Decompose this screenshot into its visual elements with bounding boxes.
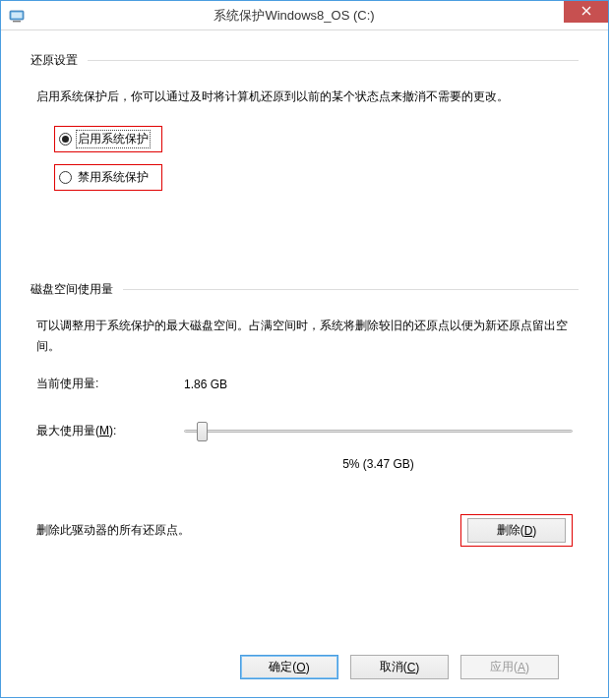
system-icon (9, 8, 25, 24)
radio-enable-protection[interactable]: 启用系统保护 (54, 126, 162, 152)
slider-value: 5% (3.47 GB) (178, 457, 579, 471)
protection-radio-group: 启用系统保护 禁用系统保护 (54, 126, 579, 203)
section-header-disk: 磁盘空间使用量 (31, 281, 579, 298)
delete-row: 删除此驱动器的所有还原点。 删除(D) (36, 514, 573, 547)
current-usage-value: 1.86 GB (184, 378, 227, 391)
max-usage-row: 最大使用量(M): (36, 418, 573, 443)
max-usage-label: 最大使用量(M): (36, 423, 184, 439)
cancel-button[interactable]: 取消(C) (350, 655, 449, 679)
divider (123, 289, 579, 290)
svg-rect-1 (12, 12, 23, 18)
close-button[interactable] (564, 1, 608, 23)
radio-icon (59, 133, 72, 146)
disk-description: 可以调整用于系统保护的最大磁盘空间。占满空间时，系统将删除较旧的还原点以便为新还… (36, 316, 573, 356)
section-header-restore: 还原设置 (31, 52, 579, 69)
section-title-restore: 还原设置 (31, 52, 88, 69)
current-usage-row: 当前使用量: 1.86 GB (36, 376, 573, 392)
slider-track (184, 430, 573, 433)
close-icon (581, 5, 591, 19)
dialog-footer: 确定(O) 取消(C) 应用(A) (31, 641, 579, 697)
titlebar: 系统保护Windows8_OS (C:) (1, 1, 608, 30)
divider (88, 60, 579, 61)
radio-icon (59, 171, 72, 184)
system-protection-dialog: 系统保护Windows8_OS (C:) 还原设置 启用系统保护后，你可以通过及… (0, 0, 609, 698)
current-usage-label: 当前使用量: (36, 376, 184, 392)
radio-disable-protection[interactable]: 禁用系统保护 (54, 164, 162, 191)
dialog-content: 还原设置 启用系统保护后，你可以通过及时将计算机还原到以前的某个状态点来撤消不需… (1, 30, 608, 697)
restore-description: 启用系统保护后，你可以通过及时将计算机还原到以前的某个状态点来撤消不需要的更改。 (36, 87, 573, 106)
radio-label-disable: 禁用系统保护 (76, 168, 151, 187)
ok-button[interactable]: 确定(O) (240, 655, 338, 679)
apply-button: 应用(A) (460, 655, 559, 679)
window-title: 系统保护Windows8_OS (C:) (25, 7, 564, 25)
max-usage-slider[interactable] (184, 418, 573, 443)
section-title-disk: 磁盘空间使用量 (31, 281, 123, 298)
delete-button-highlight: 删除(D) (460, 514, 573, 547)
radio-label-enable: 启用系统保护 (76, 130, 151, 148)
slider-thumb[interactable] (197, 422, 208, 441)
svg-rect-2 (13, 21, 21, 22)
delete-button[interactable]: 删除(D) (467, 518, 566, 543)
delete-description: 删除此驱动器的所有还原点。 (36, 522, 460, 539)
